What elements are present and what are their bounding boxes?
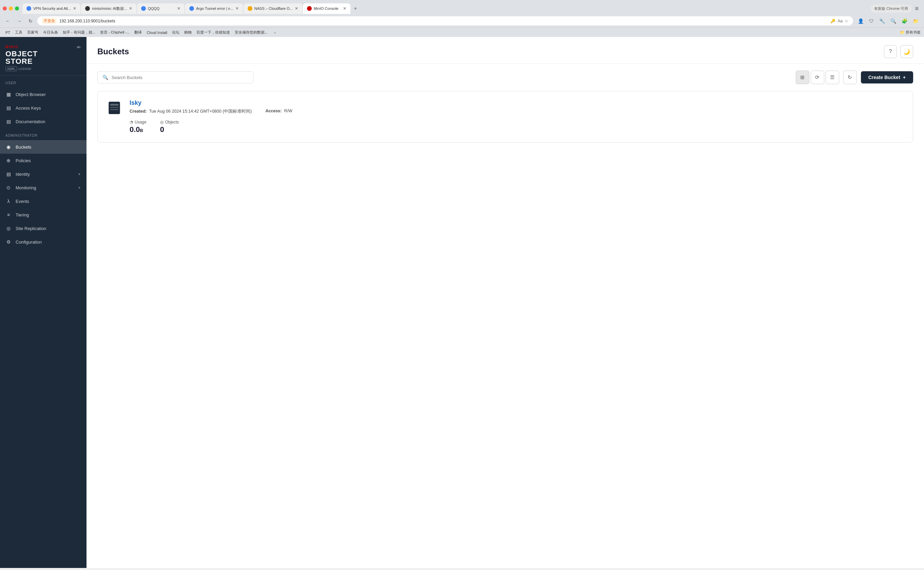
sidebar-item-site-replication[interactable]: ◎ Site Replication [0,222,87,235]
sidebar-label-configuration: Configuration [15,239,81,245]
forward-button[interactable]: → [15,17,24,25]
profile-icon[interactable]: 👤 [856,17,866,25]
bucket-access: Access: R/W [266,109,292,114]
back-button[interactable]: ← [3,17,12,25]
list-view-button[interactable]: ☰ [826,70,839,84]
extension-icon-5[interactable]: 📁 [911,17,921,25]
search-icon: 🔍 [102,75,108,80]
security-warning: 不安全 [42,18,57,24]
admin-nav: ◉ Buckets ⊕ Policies ▤ Identity ▼ ⊙ Moni… [0,140,87,249]
refresh-button[interactable]: ↻ [843,70,857,84]
chevron-icon-identity: ▼ [78,172,81,176]
bookmark-2[interactable]: 百家号 [25,29,40,35]
tab-favicon-qqqq [141,6,146,11]
sidebar: MINIO ↞ OBJECTOBJECT STORESTORE AGPL LIC… [0,37,87,568]
sidebar-label-policies: Policies [15,158,81,163]
close-traffic-light[interactable] [3,6,7,11]
sidebar-label-site-replication: Site Replication [15,226,81,231]
bookmark-10[interactable]: 百度一下，你就知道 [194,29,232,35]
sidebar-item-buckets[interactable]: ◉ Buckets [0,140,87,154]
sidebar-item-events[interactable]: λ Events [0,195,87,208]
bucket-stats: ◔ Usage 0.0B ◎ Objects [130,120,905,134]
tab-expand-button[interactable]: ≡ [912,4,921,14]
address-icons: 🔑 Aa ☆ [831,19,848,23]
tab-close-minio-console[interactable]: ✕ [343,6,346,11]
bookmark-7[interactable]: Cloud Install [144,29,169,35]
search-box[interactable]: 🔍 [97,71,253,83]
chevron-icon-monitoring: ▼ [78,186,81,190]
sidebar-label-buckets: Buckets [15,144,81,150]
tab-argo[interactable]: Argo Tunnel error | n...✕ [185,3,243,14]
sidebar-item-tiering[interactable]: ≡ Tiering [0,208,87,222]
tab-close-nass[interactable]: ✕ [295,6,298,11]
translate-icon: Aa [837,19,843,23]
dark-mode-button[interactable]: 🌙 [900,45,913,58]
search-input[interactable] [112,75,248,80]
new-tab-button[interactable]: + [351,3,360,14]
tab-bar: VPN Security and Alt...✕minio/minio: AI数… [0,0,924,14]
all-bookmarks[interactable]: 📁 所有书签 [900,30,921,35]
bookmark-5[interactable]: 首页 - Chiphell -... [98,29,132,35]
toolbar: 🔍 ⊞ ⟳ ☰ ↻ Create Bucket + [87,64,924,91]
extension-icon-1[interactable]: 🛡 [867,17,876,25]
admin-section: Administrator ◉ Buckets ⊕ Policies ▤ Ide… [0,128,87,249]
bookmark-6[interactable]: 翻译 [132,29,144,35]
logo-object-store: OBJECTOBJECT STORESTORE [5,50,81,65]
sidebar-icon-access-keys: ▤ [5,105,12,111]
sort-button[interactable]: ⟳ [811,70,824,84]
tab-minio-console[interactable]: MinIO Console✕ [303,3,350,14]
admin-section-label: Administrator [0,134,87,140]
sidebar-item-configuration[interactable]: ⚙ Configuration [0,235,87,249]
create-bucket-button[interactable]: Create Bucket + [861,71,913,83]
bookmark-1[interactable]: 工具 [13,29,24,35]
sidebar-icon-buckets: ◉ [5,144,12,150]
help-button[interactable]: ? [884,45,897,58]
sidebar-icon-tiering: ≡ [5,212,12,218]
more-bookmarks[interactable]: » [274,31,276,35]
sidebar-collapse-button[interactable]: ↞ [76,44,81,50]
bucket-card[interactable]: lsky Created: Tue Aug 06 2024 15:14:42 G… [97,91,913,142]
sidebar-item-policies[interactable]: ⊕ Policies [0,154,87,167]
sidebar-item-access-keys[interactable]: ▤ Access Keys [0,101,87,115]
sidebar-item-object-browser[interactable]: ▦ Object Browser [0,87,87,101]
tab-vpn[interactable]: VPN Security and Alt...✕ [22,3,80,14]
sidebar-item-monitoring[interactable]: ⊙ Monitoring ▼ [0,181,87,195]
extension-icon-2[interactable]: 🔧 [877,17,887,25]
new-version-notice[interactable]: 有新版 Chrome 可用 [871,5,912,12]
bookmark-9[interactable]: 购物 [182,29,194,35]
address-bar[interactable]: 不安全 192.168.200.110:9001/buckets 🔑 Aa ☆ [37,16,853,26]
tab-minio-github[interactable]: minio/minio: AI数据...✕ [81,3,136,14]
tab-nass[interactable]: NASS – Cloudflare O...✕ [243,3,302,14]
fullscreen-traffic-light[interactable] [15,6,19,11]
extension-icon-4[interactable]: 🧩 [900,17,909,25]
bucket-created: Created: Tue Aug 06 2024 15:14:42 GMT+08… [130,109,252,114]
tab-close-qqqq[interactable]: ✕ [177,6,181,11]
objects-value: 0 [160,125,179,134]
sidebar-icon-monitoring: ⊙ [5,185,12,191]
tab-close-minio-github[interactable]: ✕ [129,6,132,11]
reload-button[interactable]: ↻ [26,17,35,25]
usage-label: ◔ Usage [130,120,147,124]
sidebar-item-documentation[interactable]: ▤ Documentation [0,115,87,128]
tab-close-vpn[interactable]: ✕ [73,6,76,11]
tab-label-vpn: VPN Security and Alt... [33,6,71,11]
sidebar-item-identity[interactable]: ▤ Identity ▼ [0,167,87,181]
minimize-traffic-light[interactable] [9,6,13,11]
tab-close-argo[interactable]: ✕ [236,6,239,11]
bucket-meta: Created: Tue Aug 06 2024 15:14:42 GMT+08… [130,109,905,114]
extension-icon-3[interactable]: 🔍 [888,17,898,25]
bucket-name[interactable]: lsky [130,100,905,107]
bookmark-0[interactable]: PT [3,29,12,35]
create-bucket-label: Create Bucket [868,75,900,80]
tab-qqqq[interactable]: QQQQ✕ [137,3,185,14]
create-bucket-plus-icon: + [903,75,906,80]
grid-view-button[interactable]: ⊞ [796,70,809,84]
bookmark-8[interactable]: 论坛 [170,29,182,35]
sidebar-icon-configuration: ⚙ [5,239,12,245]
bookmark-4[interactable]: 知乎 - 有问题，就... [61,29,97,35]
tab-favicon-minio-console [307,6,312,11]
page-title: Buckets [97,47,129,56]
agpl-badge: AGPL [5,66,17,71]
bookmark-11[interactable]: 安全储存您的数据... [233,29,270,35]
bookmark-3[interactable]: 今日头条 [41,29,60,35]
